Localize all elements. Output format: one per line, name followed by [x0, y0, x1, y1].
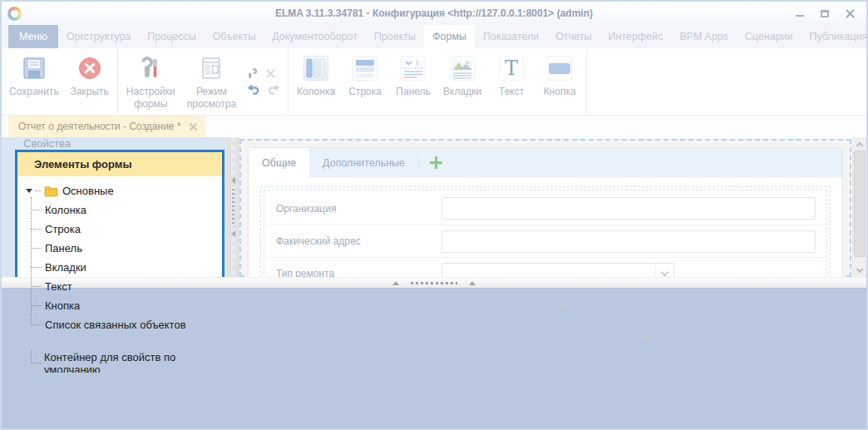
row-label: Строка [348, 86, 382, 98]
scrollbar-track[interactable] [853, 151, 866, 264]
collapse-left-icon[interactable] [231, 177, 235, 184]
close-icon [846, 9, 855, 18]
ribbon-tab-indicators[interactable]: Показатели [475, 25, 547, 48]
preview-mode-icon [200, 53, 223, 83]
sidebar: Свойства Элементы формы Основные Кол [2, 137, 226, 277]
form-field-row[interactable]: Организация [264, 192, 826, 225]
ribbon-tab-reports[interactable]: Отчеты [547, 25, 599, 48]
panel-label: Панель [396, 86, 430, 98]
scrollbar-thumb[interactable] [854, 151, 866, 257]
vertical-scrollbar[interactable] [852, 137, 866, 277]
document-tab-close-icon[interactable] [190, 123, 197, 131]
tree-group-label: Основные [62, 185, 114, 197]
ribbon-tab-scripts[interactable]: Сценарии [737, 25, 801, 48]
form-elements-panel-title: Элементы формы [17, 152, 222, 176]
properties-header: Свойства [2, 137, 226, 150]
collapse-left-icon[interactable] [231, 230, 235, 237]
add-column-button[interactable]: Колонка [291, 48, 341, 115]
undo-icon[interactable] [247, 84, 259, 95]
plus-icon [429, 156, 443, 170]
chevron-up-icon [856, 141, 863, 148]
ribbon-tab-processes[interactable]: Процессы [139, 25, 204, 48]
preview-mode-button[interactable]: Режим просмотра [181, 48, 242, 115]
close-circle-icon [77, 53, 102, 83]
designer-drop-zone[interactable]: Общие Дополнительные [239, 139, 851, 277]
actual-address-input[interactable] [441, 230, 816, 253]
ribbon-tab-projects[interactable]: Проекты [366, 25, 424, 48]
ribbon-tab-interface[interactable]: Интерфейс [600, 25, 672, 48]
add-row-button[interactable]: Строка [341, 48, 389, 115]
tree-group-main[interactable]: Основные [24, 181, 219, 200]
window-controls [793, 7, 866, 19]
ribbon-tab-bpm-apps[interactable]: BPM Apps [671, 25, 736, 48]
add-text-button[interactable]: T Текст [487, 48, 535, 115]
ribbon-separator [586, 50, 587, 113]
tabs-icon [450, 56, 475, 81]
form-settings-icon [138, 53, 163, 83]
text-label: Текст [499, 86, 524, 98]
add-button-button[interactable]: Кнопка [535, 48, 584, 115]
tree-item-panel[interactable]: Панель [31, 239, 219, 258]
collapse-arrow-icon[interactable] [26, 189, 32, 193]
expand-up-icon[interactable] [469, 281, 476, 285]
ribbon-separator [117, 50, 118, 113]
scroll-up-button[interactable] [853, 137, 866, 151]
ribbon-tab-forms[interactable]: Формы [424, 25, 475, 48]
column-label: Колонка [297, 86, 335, 98]
document-tab[interactable]: Отчет о деятельности - Создание * [8, 116, 205, 137]
add-panel-button[interactable]: Панель [389, 48, 437, 115]
field-label: Организация [264, 203, 441, 215]
splitter-grip[interactable] [411, 282, 457, 284]
add-tabs-button[interactable]: Вкладки [437, 48, 487, 115]
save-button[interactable]: Сохранить [3, 48, 65, 115]
splitter-grip[interactable] [232, 189, 234, 225]
tree-item-default-props-container[interactable]: Контейнер для свойств по умолчанию [31, 353, 219, 373]
vertical-splitter[interactable] [226, 137, 239, 277]
tree-item-row[interactable]: Строка [31, 220, 219, 239]
ribbon-tab-strip: Меню Оргструктура Процессы Объекты Докум… [2, 25, 866, 48]
form-designer-area: Общие Дополнительные [239, 137, 852, 277]
ribbon-tab-publication[interactable]: Публикация [801, 25, 868, 48]
button-icon [547, 56, 572, 81]
form-tab-strip: Общие Дополнительные [249, 148, 842, 177]
close-window-button[interactable] [843, 7, 856, 19]
ribbon-tab-orgstructure[interactable]: Оргструктура [58, 25, 139, 48]
minimize-icon [796, 15, 804, 17]
tree-item-linked-objects-list[interactable]: Список связанных объектов [31, 315, 219, 334]
save-icon [22, 53, 47, 83]
organization-input[interactable] [441, 197, 816, 220]
ribbon-tab-docflow[interactable]: Документооборот [264, 25, 366, 48]
close-form-button[interactable]: Закрыть [65, 48, 115, 115]
form-tab-general[interactable]: Общие [249, 148, 309, 177]
add-tab-button[interactable] [419, 148, 453, 177]
tree-item-button[interactable]: Кнопка [31, 296, 219, 315]
ribbon-tab-objects[interactable]: Объекты [205, 25, 264, 48]
ribbon-tab-menu[interactable]: Меню [8, 25, 58, 48]
wrench-small-icon[interactable] [247, 68, 258, 79]
column-icon [303, 56, 328, 81]
maximize-button[interactable] [818, 7, 831, 19]
minimize-button[interactable] [793, 7, 806, 19]
tree-item-tabs[interactable]: Вкладки [31, 258, 219, 277]
content-area: Свойства Элементы формы Основные Кол [2, 137, 866, 277]
form-settings-button[interactable]: Настройки формы [121, 48, 181, 115]
delete-x-icon[interactable] [266, 69, 275, 78]
tree-item-text[interactable]: Текст [31, 277, 219, 296]
scroll-down-button[interactable] [853, 264, 866, 277]
tree-item-column[interactable]: Колонка [31, 200, 219, 220]
tree-group-main-children: Колонка Строка Панель Вкладки Текст Кноп… [31, 200, 219, 334]
ribbon-separator [288, 50, 289, 113]
ribbon-toolbar: Сохранить Закрыть Настройки фо [2, 48, 866, 116]
title-bar: ELMA 3.11.3.34781 - Конфигурация <http:/… [2, 2, 866, 25]
chevron-down-icon [856, 265, 863, 272]
document-tab-bar: Отчет о деятельности - Создание * [2, 116, 866, 137]
field-label: Факический адрес [264, 235, 441, 247]
maximize-icon [821, 10, 829, 17]
expand-up-icon[interactable] [392, 281, 399, 285]
redo-icon[interactable] [268, 84, 280, 95]
form-field-row[interactable]: Факический адрес [264, 225, 826, 257]
text-icon: T [499, 56, 524, 81]
button-label: Кнопка [544, 86, 576, 98]
form-tab-additional[interactable]: Дополнительные [309, 148, 418, 177]
text-icon-glyph: T [505, 58, 518, 78]
